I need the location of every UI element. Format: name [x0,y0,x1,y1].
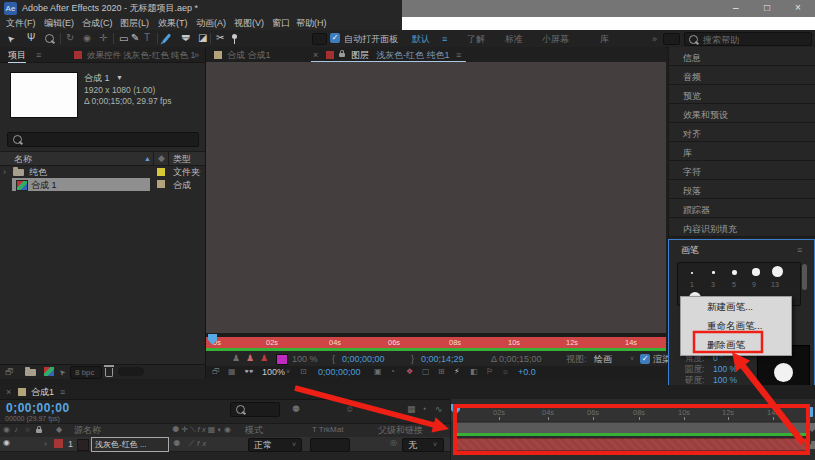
roundness-value[interactable]: 100 % [713,365,737,374]
workspace-learn[interactable]: 了解 [467,35,485,44]
eraser-tool[interactable]: ◪ [198,33,207,43]
comp-marker-bin-icon[interactable] [808,423,815,432]
parent-pickwhip-icon[interactable]: ◎ [390,439,397,447]
workspace-menu-icon[interactable]: ≡ [442,35,447,44]
zoom-chevron-icon[interactable]: ˅ [286,368,290,375]
menu-new-brush[interactable]: 新建画笔... [681,297,791,316]
timeline-tab-close-icon[interactable]: × [6,388,11,397]
new-composition-icon[interactable] [44,367,54,376]
puppet-pin-tool[interactable] [232,34,237,39]
reset-exposure-icon[interactable]: ☼ [502,368,509,376]
type-tool[interactable]: T [144,33,150,43]
menu-help[interactable]: 帮助(H) [296,19,327,28]
transparency-grid-icon[interactable]: ▦ [228,368,236,376]
project-row-comp[interactable]: 合成 1 合成 [0,178,205,191]
panel-align[interactable]: 对齐 [668,123,815,142]
bit-depth-button[interactable]: 8 bpc [70,366,102,379]
motion-blur-icon[interactable]: ◔ [421,405,426,414]
timeline-layer-row[interactable]: ◉ › 1 浅灰色-红色 ... ⚉ ⟋fx 正常 ˅ ◎ 无 ˅ [0,437,450,452]
zoom-tool[interactable] [45,34,54,43]
brush-grid-scrollbar[interactable] [802,264,807,290]
layer-visibility-icon[interactable]: ◉ [3,439,10,447]
column-name[interactable]: 名称 [14,155,32,164]
layer-mode-dropdown[interactable]: 正常 ˅ [248,438,302,452]
menu-animation[interactable]: 动画(A) [196,19,226,28]
delete-item-icon[interactable] [105,368,113,377]
panel-content-aware-fill[interactable]: 内容识别填充 [668,218,815,237]
layer-label-swatch[interactable] [54,439,63,448]
tab-project[interactable]: 项目 [8,51,26,63]
panel-preview[interactable]: 预览 [668,85,815,104]
timeline-search-input[interactable] [230,402,280,417]
roto-brush-tool[interactable]: ✂ [216,33,224,43]
always-preview-icon[interactable]: 🗗 [212,368,220,376]
help-search-input[interactable]: 搜索帮助 [684,32,812,46]
menu-effect[interactable]: 效果(T) [158,19,188,28]
selection-tool[interactable]: ➤ [7,34,15,43]
project-row-solids[interactable]: › 纯色 文件夹 ⁘ [0,165,205,178]
panel-info[interactable]: 信息 [668,47,815,66]
sync-settings-icon[interactable] [663,33,680,45]
mask-visibility-icon[interactable]: 👓 [244,368,254,376]
layer-trkmat-dropdown[interactable] [310,438,350,452]
brush-size-1[interactable] [691,272,693,274]
column-trkmat[interactable]: T TrkMat [312,426,343,434]
layer-parent-dropdown[interactable]: 无 ˅ [402,438,444,452]
channels-icon[interactable]: ❖ [406,368,413,376]
project-panel-menu-icon[interactable]: ≡ [36,51,41,60]
pan-behind-tool[interactable]: ✛ [99,33,107,43]
panel-toggle-icon[interactable] [312,33,327,45]
layer-name-box[interactable]: 浅灰色-红色 ... [91,437,169,452]
label-swatch-yellow[interactable] [157,168,165,176]
layer-canvas[interactable] [206,62,666,333]
zoom-level-dropdown[interactable]: 100% [262,368,285,377]
layer-duration-bar[interactable] [455,438,809,451]
project-comp-name-caret-icon[interactable]: ▼ [116,74,123,81]
close-button[interactable]: × [795,3,801,13]
tab-timeline-comp[interactable]: 合成1 [31,388,54,397]
panel-tracker[interactable]: 跟踪器 [668,199,815,218]
project-flowchart-icon[interactable]: 🗗 [5,368,14,377]
menu-layer[interactable]: 图层(L) [120,19,149,28]
fast-previews-icon[interactable]: ⚡ [454,368,460,376]
sort-ascending-icon[interactable]: ▲ [144,155,151,162]
auto-open-panels-checkbox[interactable]: ✓ [330,33,340,43]
tab-effect-controls[interactable]: 效果控件 浅灰色-红色 纯色 1 [87,51,195,60]
rotation-tool[interactable]: ↻ [66,33,74,43]
menu-window[interactable]: 窗口 [272,19,290,28]
brush-tool[interactable] [162,33,171,43]
camera-tool[interactable]: ◉ [83,34,91,43]
panel-audio[interactable]: 音频 [668,66,815,85]
minimize-button[interactable]: – [733,3,739,13]
workspace-default[interactable]: 默认 [412,35,430,44]
out-point-value[interactable]: 0;00;14;29 [421,355,464,364]
current-time-display[interactable]: 0;00;00;00 [318,368,361,377]
label-swatch-tan[interactable] [157,180,165,188]
panel-libraries[interactable]: 库 [668,142,815,161]
brush-color-swatch[interactable] [276,354,288,365]
brush-size-13[interactable] [772,266,783,277]
column-parent-link[interactable]: 父级和链接 [378,426,423,435]
panel-character[interactable]: 字符 [668,161,815,180]
brushes-panel-menu-icon[interactable]: ≡ [797,246,802,255]
layer-panel-menu-icon[interactable]: ≡ [456,51,461,60]
pen-tool[interactable]: ✎ [131,33,139,43]
timeline-navigator-end-icon[interactable] [808,407,813,417]
exposure-value[interactable]: +0.0 [518,368,536,377]
comp-button-icon[interactable] [808,441,815,449]
menu-composition[interactable]: 合成(C) [82,19,113,28]
column-type[interactable]: 类型 [173,155,191,164]
menu-file[interactable]: 文件(F) [6,19,36,28]
tab-layer[interactable]: 图层 [351,51,369,60]
panel-effects-presets[interactable]: 效果和预设 [668,104,815,123]
column-mode[interactable]: 模式 [245,426,263,435]
menu-view[interactable]: 视图(V) [234,19,264,28]
frame-blending-icon[interactable]: ▦ [407,405,416,414]
menu-delete-brush[interactable]: 删除画笔 [681,335,791,354]
alpha-red-icon[interactable]: ♟ [260,354,268,363]
panel-paragraph[interactable]: 段落 [668,180,815,199]
column-source-name[interactable]: 源名称 [74,426,101,435]
maximize-button[interactable]: □ [764,3,770,13]
workspace-overflow-icon[interactable]: » [652,35,657,44]
layer-expand-chevron-icon[interactable]: › [44,440,47,449]
